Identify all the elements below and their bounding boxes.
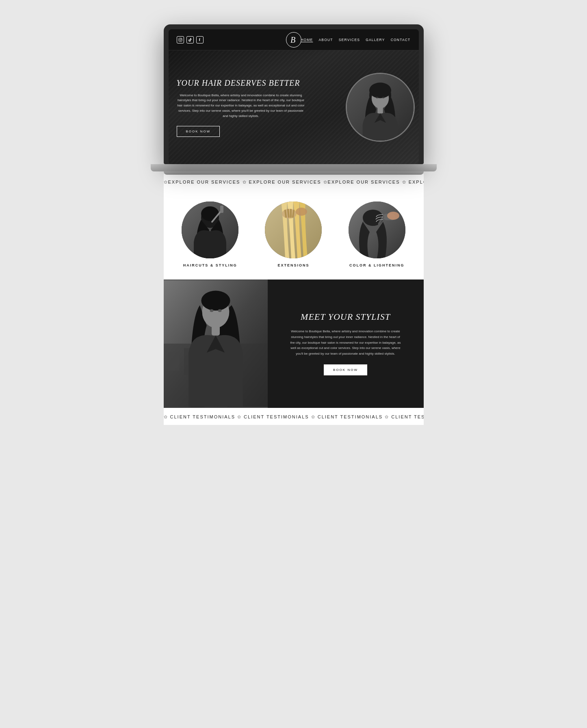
instagram-icon[interactable] — [177, 36, 184, 43]
stylist-body: Welcome to Boutique Bella, where artistr… — [289, 329, 403, 356]
svg-line-24 — [293, 210, 294, 217]
hero-portrait — [346, 73, 415, 142]
hero-content: YOUR HAIR DESERVES BETTER Welcome to Bou… — [177, 78, 305, 137]
svg-line-22 — [288, 210, 289, 217]
svg-point-1 — [179, 39, 181, 40]
hero-book-now-button[interactable]: BOOK NOW — [177, 126, 220, 137]
svg-point-36 — [201, 291, 230, 311]
nav-links: HOME ABOUT SERVICES GALLERY CONTACT — [301, 38, 410, 42]
laptop-screen: f B HOME ABOUT — [169, 29, 419, 164]
hero-body: Welcome to Boutique Bella, where artistr… — [177, 93, 305, 119]
svg-point-11 — [382, 97, 384, 98]
service-extensions-image — [265, 202, 322, 258]
svg-point-2 — [181, 39, 181, 39]
laptop-frame: f B HOME ABOUT — [164, 24, 424, 164]
svg-rect-39 — [211, 325, 219, 335]
b-logo-svg: B — [289, 35, 298, 45]
svg-point-37 — [210, 309, 213, 312]
bottom-marquee: ✩ CLIENT TESTIMONIALS ✩ CLIENT TESTIMONI… — [164, 408, 424, 425]
svg-point-9 — [369, 82, 391, 98]
bottom-marquee-text: ✩ CLIENT TESTIMONIALS ✩ CLIENT TESTIMONI… — [164, 414, 424, 420]
service-haircuts: HAIRCUTS & STYLING — [172, 202, 249, 267]
svg-text:B: B — [290, 35, 295, 44]
hero-title: YOUR HAIR DESERVES BETTER — [177, 78, 305, 88]
social-icons: f — [177, 36, 204, 43]
facebook-icon[interactable]: f — [196, 36, 204, 43]
nav-contact[interactable]: CONTACT — [391, 38, 411, 42]
stylist-book-now-button[interactable]: BOOK NOW — [324, 364, 367, 375]
service-color-image — [349, 202, 405, 258]
nav-about[interactable]: ABOUT — [318, 38, 333, 42]
marquee-text: ✩EXPLORE OUR SERVICES ✩ EXPLORE OUR SERV… — [164, 180, 424, 185]
nav-services[interactable]: SERVICES — [339, 38, 360, 42]
svg-point-10 — [376, 97, 378, 98]
hero-section: YOUR HAIR DESERVES BETTER Welcome to Bou… — [169, 50, 419, 164]
services-grid: HAIRCUTS & STYLING — [172, 202, 416, 267]
laptop-container: f B HOME ABOUT — [164, 24, 424, 175]
services-section: HAIRCUTS & STYLING — [164, 189, 424, 280]
stylist-content: MEET YOUR STYLIST Welcome to Boutique Be… — [268, 280, 424, 408]
navbar: f B HOME ABOUT — [169, 29, 419, 50]
svg-point-15 — [201, 206, 219, 221]
stylist-section: MEET YOUR STYLIST Welcome to Boutique Be… — [164, 280, 424, 408]
service-extensions: EXTENSIONS — [255, 202, 332, 267]
page-wrapper: f B HOME ABOUT — [164, 24, 424, 425]
stylist-image — [164, 280, 268, 408]
svg-rect-0 — [178, 38, 182, 41]
nav-gallery[interactable]: GALLERY — [366, 38, 385, 42]
svg-line-21 — [285, 210, 286, 217]
svg-rect-33 — [168, 353, 180, 371]
stylist-title: MEET YOUR STYLIST — [301, 312, 390, 322]
service-haircuts-image — [182, 202, 238, 258]
service-haircuts-label: HAIRCUTS & STYLING — [172, 263, 249, 267]
svg-point-30 — [387, 212, 399, 220]
svg-point-20 — [296, 208, 307, 216]
laptop-base — [151, 164, 437, 171]
service-color-label: COLOR & LIGHTENING — [338, 263, 415, 267]
svg-point-38 — [218, 309, 221, 312]
marquee-band: ✩EXPLORE OUR SERVICES ✩ EXPLORE OUR SERV… — [164, 174, 424, 189]
nav-home[interactable]: HOME — [301, 38, 313, 42]
tiktok-icon[interactable] — [186, 36, 194, 43]
service-color: COLOR & LIGHTENING — [338, 202, 415, 267]
brand-logo: B — [286, 32, 301, 48]
service-extensions-label: EXTENSIONS — [255, 263, 332, 267]
laptop-foot — [164, 171, 424, 175]
svg-rect-17 — [220, 206, 223, 213]
